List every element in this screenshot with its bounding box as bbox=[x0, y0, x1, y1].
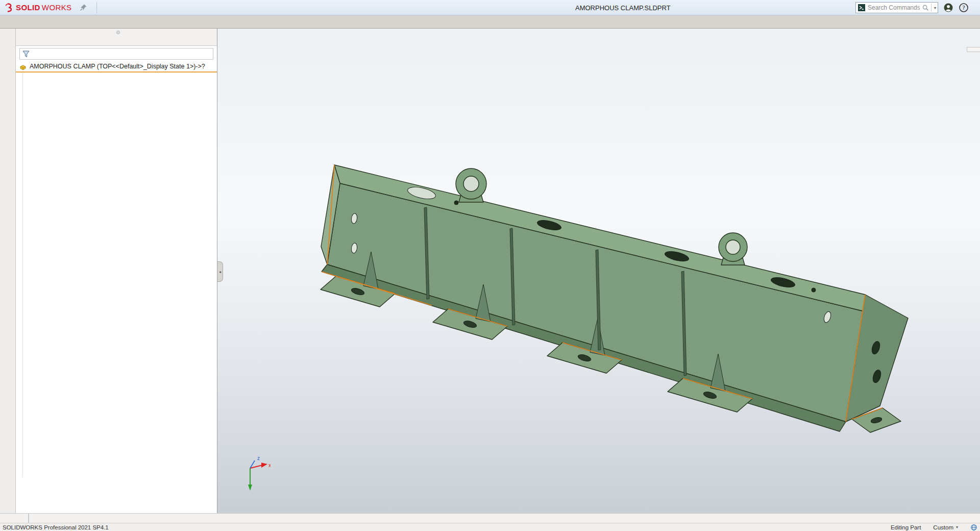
part-icon bbox=[19, 62, 27, 70]
graphics-viewport[interactable]: z x ◂ bbox=[217, 29, 980, 513]
search-icon[interactable] bbox=[922, 4, 929, 11]
search-dropdown-caret[interactable]: ▾ bbox=[934, 6, 936, 10]
solidworks-logo-icon bbox=[4, 3, 14, 13]
search-commands-box[interactable]: Search Commands ▾ bbox=[855, 2, 938, 13]
status-bar: SOLIDWORKS Professional 2021 SP4.1 Editi… bbox=[0, 523, 980, 531]
search-input[interactable]: Search Commands bbox=[868, 4, 920, 11]
panel-collapse-handle[interactable]: ◂ bbox=[217, 261, 223, 282]
filter-icon[interactable] bbox=[22, 50, 30, 58]
panel-splitter-dot[interactable] bbox=[116, 31, 120, 34]
status-units-selector[interactable]: Custom ▾ bbox=[933, 524, 958, 530]
left-dock-toolbar bbox=[0, 29, 16, 513]
tree-connector-line bbox=[22, 73, 23, 477]
status-bar-right: Editing Part Custom ▾ bbox=[891, 524, 977, 531]
status-units-label: Custom bbox=[933, 524, 953, 530]
study-tab-bar bbox=[0, 513, 980, 523]
model-amorphous-clamp[interactable] bbox=[217, 29, 980, 513]
feature-tree bbox=[16, 73, 217, 513]
study-tab-nav bbox=[28, 514, 29, 523]
globe-icon[interactable] bbox=[970, 524, 977, 531]
orientation-triad: z x bbox=[235, 454, 271, 493]
toolbar-separator bbox=[96, 2, 97, 13]
title-bar: SOLIDWORKS AMORPHOUS CLAMP.SLDPRT Search… bbox=[0, 0, 980, 15]
brand-text-bold: SOLID bbox=[16, 3, 40, 12]
brand-text-rest: WORKS bbox=[42, 3, 72, 12]
tree-filter-bar[interactable] bbox=[19, 48, 213, 60]
triad-z-label: z bbox=[257, 455, 260, 461]
tree-root-label: AMORPHOUS CLAMP (TOP<<Default>_Display S… bbox=[30, 63, 205, 70]
main-content: AMORPHOUS CLAMP (TOP<<Default>_Display S… bbox=[0, 29, 980, 513]
pin-menu-icon[interactable] bbox=[79, 4, 87, 12]
triad-x-label: x bbox=[268, 463, 271, 468]
search-separator bbox=[931, 4, 932, 12]
status-version-text: SOLIDWORKS Professional 2021 SP4.1 bbox=[3, 524, 109, 530]
status-editing-mode: Editing Part bbox=[891, 524, 921, 530]
account-button[interactable] bbox=[943, 3, 953, 13]
tree-root-item[interactable]: AMORPHOUS CLAMP (TOP<<Default>_Display S… bbox=[16, 61, 217, 73]
units-dropdown-caret[interactable]: ▾ bbox=[956, 525, 958, 529]
solidworks-logo: SOLIDWORKS bbox=[0, 3, 78, 13]
search-commands-icon bbox=[857, 4, 866, 12]
titlebar-right-cluster: Search Commands ▾ bbox=[855, 0, 976, 15]
help-button[interactable] bbox=[959, 3, 969, 13]
document-title: AMORPHOUS CLAMP.SLDPRT bbox=[575, 4, 671, 12]
task-pane-tabs bbox=[967, 47, 980, 52]
feature-manager-panel: AMORPHOUS CLAMP (TOP<<Default>_Display S… bbox=[16, 29, 217, 513]
ribbon-tab-row bbox=[0, 15, 980, 29]
